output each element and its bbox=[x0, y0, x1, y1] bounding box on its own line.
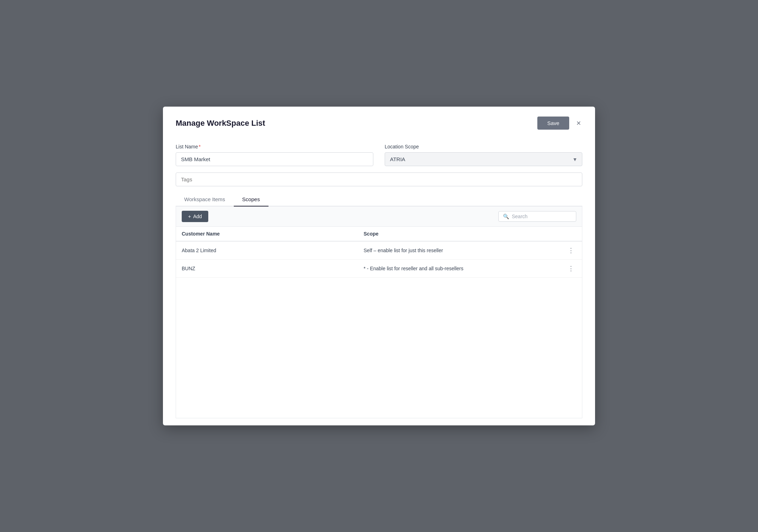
col-header-scope: Scope bbox=[358, 227, 560, 241]
scopes-table: Customer Name Scope Abata 2 Limited Self… bbox=[176, 227, 582, 278]
close-button[interactable]: × bbox=[575, 118, 582, 129]
search-icon: 🔍 bbox=[503, 214, 509, 219]
modal-header-actions: Save × bbox=[537, 117, 582, 130]
row-actions-cell: ⋮ bbox=[560, 241, 582, 260]
modal-header: Manage WorkSpace List Save × bbox=[163, 107, 595, 137]
required-indicator: * bbox=[199, 144, 200, 149]
table-row: BUNZ * - Enable list for reseller and al… bbox=[176, 260, 582, 278]
row-more-button[interactable]: ⋮ bbox=[566, 247, 576, 254]
search-input[interactable] bbox=[512, 214, 572, 219]
location-scope-group: Location Scope ATRIA ▼ bbox=[385, 144, 582, 166]
location-scope-select[interactable]: ATRIA bbox=[385, 152, 582, 166]
modal-title: Manage WorkSpace List bbox=[176, 119, 265, 128]
tab-scopes[interactable]: Scopes bbox=[234, 193, 268, 206]
tags-input[interactable] bbox=[176, 172, 582, 186]
add-label: Add bbox=[193, 214, 202, 219]
location-scope-label: Location Scope bbox=[385, 144, 582, 149]
manage-workspace-modal: Manage WorkSpace List Save × List Name* … bbox=[163, 107, 595, 425]
customer-name-cell: BUNZ bbox=[176, 260, 358, 278]
tabs-bar: Workspace Items Scopes bbox=[176, 193, 582, 206]
add-button[interactable]: + Add bbox=[182, 211, 208, 222]
table-row: Abata 2 Limited Self – enable list for j… bbox=[176, 241, 582, 260]
modal-body: List Name* Location Scope ATRIA ▼ Worksp… bbox=[163, 137, 595, 425]
col-header-customer-name: Customer Name bbox=[176, 227, 358, 241]
scope-cell: Self – enable list for just this reselle… bbox=[358, 241, 560, 260]
tab-content-scopes: + Add 🔍 Customer Name Scope bbox=[176, 206, 582, 418]
row-actions-cell: ⋮ bbox=[560, 260, 582, 278]
list-name-label: List Name* bbox=[176, 144, 373, 149]
search-wrapper: 🔍 bbox=[498, 211, 576, 222]
customer-name-cell: Abata 2 Limited bbox=[176, 241, 358, 260]
table-container: Customer Name Scope Abata 2 Limited Self… bbox=[176, 227, 582, 418]
col-header-actions bbox=[560, 227, 582, 241]
tab-workspace-items[interactable]: Workspace Items bbox=[176, 193, 234, 206]
save-button[interactable]: Save bbox=[537, 117, 569, 130]
list-name-input[interactable] bbox=[176, 152, 373, 166]
list-name-group: List Name* bbox=[176, 144, 373, 166]
scope-cell: * - Enable list for reseller and all sub… bbox=[358, 260, 560, 278]
row-more-button[interactable]: ⋮ bbox=[566, 265, 576, 272]
form-row-top: List Name* Location Scope ATRIA ▼ bbox=[176, 144, 582, 166]
table-toolbar: + Add 🔍 bbox=[176, 206, 582, 227]
location-scope-select-wrapper: ATRIA ▼ bbox=[385, 152, 582, 166]
table-header-row: Customer Name Scope bbox=[176, 227, 582, 241]
table-body: Abata 2 Limited Self – enable list for j… bbox=[176, 241, 582, 278]
plus-icon: + bbox=[188, 214, 191, 219]
